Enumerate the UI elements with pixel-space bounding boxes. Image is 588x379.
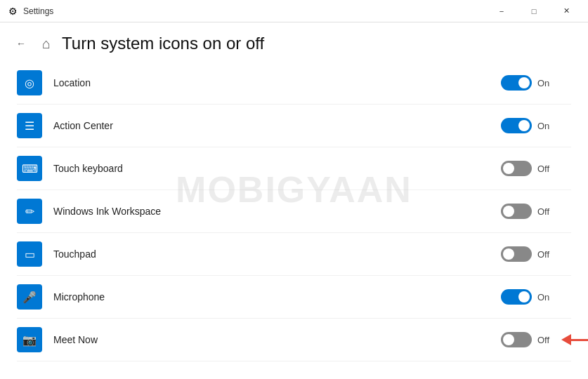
toggle-area-touch-keyboard: Off — [501, 161, 571, 176]
toggle-action-center[interactable] — [501, 118, 532, 133]
maximize-button[interactable]: □ — [518, 0, 550, 22]
state-label-location: On — [537, 78, 554, 88]
icon-action-center: ☰ — [17, 113, 42, 138]
arrow-line — [571, 339, 588, 341]
settings-row-touchpad: ▭TouchpadOff — [17, 233, 571, 276]
settings-row-meet-now: 📷Meet NowOff — [17, 319, 571, 361]
toggle-thumb-location — [518, 77, 530, 88]
settings-row-windows-ink: ✏Windows Ink WorkspaceOff — [17, 190, 571, 233]
toggle-thumb-touchpad — [503, 248, 514, 260]
state-label-touchpad: Off — [537, 249, 554, 260]
titlebar-controls: − □ ✕ — [485, 0, 582, 22]
titlebar-title: Settings — [23, 6, 53, 16]
toggle-thumb-touch-keyboard — [503, 163, 514, 174]
toggle-area-windows-ink: Off — [501, 204, 571, 219]
titlebar: ⚙ Settings − □ ✕ — [0, 0, 588, 22]
page-header: ← ⌂ Turn system icons on or off — [0, 22, 588, 62]
toggle-touchpad[interactable] — [501, 246, 532, 262]
close-button[interactable]: ✕ — [550, 0, 582, 22]
label-windows-ink: Windows Ink Workspace — [53, 206, 501, 217]
arrow-head — [561, 334, 571, 345]
state-label-meet-now: Off — [537, 335, 554, 345]
icon-location: ◎ — [17, 70, 42, 95]
settings-row-touch-keyboard: ⌨Touch keyboardOff — [17, 147, 571, 190]
settings-row-action-center: ☰Action CenterOn — [17, 105, 571, 147]
state-label-microphone: On — [537, 292, 554, 302]
settings-list: ◎LocationOn☰Action CenterOn⌨Touch keyboa… — [0, 62, 588, 378]
label-touch-keyboard: Touch keyboard — [53, 163, 501, 174]
label-touchpad: Touchpad — [53, 248, 501, 260]
toggle-area-location: On — [501, 75, 571, 91]
settings-row-microphone: 🎤MicrophoneOn — [17, 276, 571, 319]
state-label-windows-ink: Off — [537, 206, 554, 217]
state-label-touch-keyboard: Off — [537, 164, 554, 174]
home-icon: ⌂ — [42, 36, 51, 52]
app-icon: ⚙ — [8, 6, 18, 17]
label-meet-now: Meet Now — [53, 334, 501, 345]
settings-row-location: ◎LocationOn — [17, 62, 571, 105]
toggle-thumb-microphone — [518, 291, 530, 302]
icon-microphone: 🎤 — [17, 284, 42, 310]
label-location: Location — [53, 77, 501, 88]
icon-windows-ink: ✏ — [17, 199, 42, 224]
label-microphone: Microphone — [53, 291, 501, 302]
label-action-center: Action Center — [53, 120, 501, 131]
titlebar-left: ⚙ Settings — [8, 6, 53, 17]
back-icon: ← — [16, 38, 26, 49]
toggle-microphone[interactable] — [501, 289, 532, 305]
arrow-annotation — [561, 334, 588, 345]
state-label-action-center: On — [537, 121, 554, 131]
icon-touchpad: ▭ — [17, 241, 42, 267]
toggle-area-microphone: On — [501, 289, 571, 305]
toggle-location[interactable] — [501, 75, 532, 91]
page-title: Turn system icons on or off — [62, 34, 264, 53]
back-button[interactable]: ← — [11, 34, 31, 53]
toggle-thumb-windows-ink — [503, 206, 514, 217]
toggle-area-meet-now: Off — [501, 332, 571, 347]
toggle-thumb-action-center — [518, 120, 530, 131]
icon-meet-now: 📷 — [17, 327, 42, 352]
toggle-meet-now[interactable] — [501, 332, 532, 347]
toggle-windows-ink[interactable] — [501, 204, 532, 219]
toggle-area-touchpad: Off — [501, 246, 571, 262]
toggle-area-action-center: On — [501, 118, 571, 133]
toggle-thumb-meet-now — [503, 334, 514, 345]
minimize-button[interactable]: − — [485, 0, 518, 22]
icon-touch-keyboard: ⌨ — [17, 156, 42, 181]
toggle-touch-keyboard[interactable] — [501, 161, 532, 176]
